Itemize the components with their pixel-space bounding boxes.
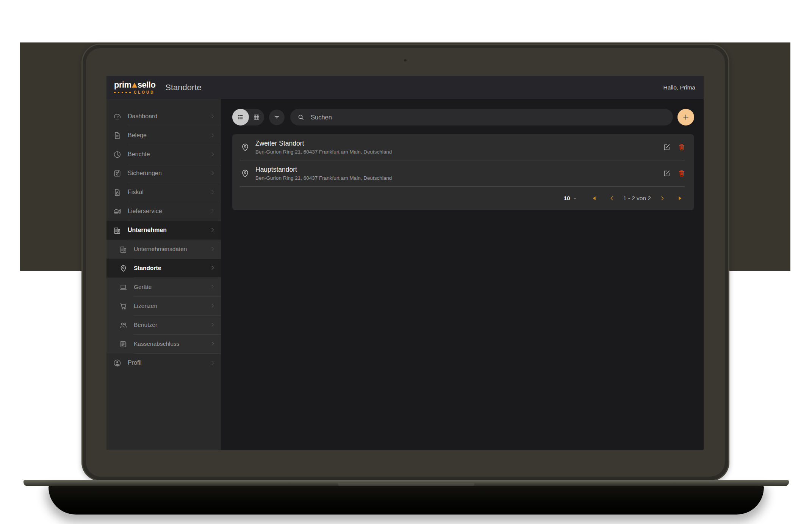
sidebar: Dashboard Belege Berichte: [106, 99, 221, 450]
location-name: Hauptstandort: [255, 166, 663, 174]
delivery-food-icon: [113, 207, 122, 216]
pagination-range: 1 - 2 von 2: [623, 195, 651, 202]
newspaper-icon: [119, 339, 128, 348]
trash-icon: [677, 143, 686, 151]
last-page-icon: [677, 195, 683, 201]
list-view-button[interactable]: [232, 109, 249, 126]
view-toggle: [232, 109, 264, 126]
laptop-base-shadow: [49, 486, 764, 515]
filter-icon: [273, 114, 280, 121]
sidebar-item-benutzer[interactable]: Benutzer: [106, 315, 221, 334]
location-name: Zweiter Standort: [255, 140, 663, 147]
edit-location-button[interactable]: [663, 169, 671, 177]
delete-location-button[interactable]: [677, 143, 686, 151]
location-row[interactable]: Zweiter Standort Ben-Gurion Ring 21, 604…: [232, 134, 694, 160]
first-page-button[interactable]: [591, 195, 598, 201]
company-buildings-icon: [113, 226, 122, 235]
chevron-right-icon: [210, 341, 216, 347]
brand-dots-icon: [114, 92, 131, 93]
chevron-right-icon: [210, 113, 216, 119]
pie-chart-icon: [113, 150, 122, 159]
chevron-right-icon: [659, 195, 665, 201]
sidebar-item-profil[interactable]: Profil: [106, 353, 221, 372]
map-pin-icon: [240, 168, 251, 178]
trash-icon: [677, 169, 686, 177]
sidebar-item-lieferservice[interactable]: Lieferservice: [106, 202, 221, 221]
profile-icon: [113, 358, 122, 367]
cart-icon: [119, 301, 128, 311]
app-header: primsello CLOUD Standorte Hallo, Prima: [106, 76, 704, 99]
chevron-right-icon: [210, 208, 216, 214]
sidebar-item-sicherungen[interactable]: Sicherungen: [106, 164, 221, 183]
document-icon: [113, 131, 122, 140]
edit-icon: [663, 143, 671, 151]
chevron-right-icon: [210, 151, 216, 157]
map-pin-icon: [240, 142, 251, 152]
users-icon: [119, 320, 128, 329]
next-page-button[interactable]: [659, 195, 665, 201]
document-lock-icon: [113, 188, 122, 197]
list-view-icon: [237, 113, 244, 121]
brand-logo: primsello CLOUD: [114, 81, 155, 94]
chevron-right-icon: [210, 170, 216, 176]
dashboard-icon: [113, 112, 122, 121]
sidebar-item-belege[interactable]: Belege: [106, 126, 221, 145]
screenshot-stage: primsello CLOUD Standorte Hallo, Prima D…: [0, 0, 812, 524]
add-location-button[interactable]: [677, 109, 694, 126]
sidebar-item-unternehmen[interactable]: Unternehmen: [106, 221, 221, 240]
brand-suffix: sello: [138, 81, 156, 89]
sidebar-item-dashboard[interactable]: Dashboard: [106, 107, 221, 126]
brand-tagline: CLOUD: [134, 91, 155, 94]
chevron-right-icon: [210, 303, 216, 309]
chevron-right-icon: [210, 360, 216, 366]
page-title: Standorte: [165, 83, 201, 93]
main-content: Zweiter Standort Ben-Gurion Ring 21, 604…: [221, 99, 704, 450]
filter-button[interactable]: [269, 110, 285, 125]
caret-down-icon: [573, 196, 577, 201]
pagination: 10 1 - 2 von 2: [232, 187, 694, 210]
brand-subline: CLOUD: [114, 91, 155, 94]
location-address: Ben-Gurion Ring 21, 60437 Frankfurt am M…: [255, 149, 663, 155]
chevron-right-icon: [210, 227, 216, 233]
chevron-left-icon: [609, 195, 615, 201]
last-page-button[interactable]: [677, 195, 683, 201]
chevron-right-icon: [210, 284, 216, 290]
toolbar: [232, 109, 694, 126]
chevron-right-icon: [210, 265, 216, 271]
laptop-icon: [119, 282, 128, 292]
grid-view-icon: [253, 113, 260, 121]
edit-icon: [663, 169, 671, 177]
sidebar-item-geraete[interactable]: Geräte: [106, 278, 221, 297]
laptop-base: [23, 480, 789, 486]
company-buildings-icon: [119, 245, 128, 254]
app-window: primsello CLOUD Standorte Hallo, Prima D…: [106, 76, 704, 450]
webcam-dot: [404, 59, 407, 61]
edit-location-button[interactable]: [663, 143, 671, 151]
chevron-right-icon: [210, 322, 216, 328]
brand-wordmark: primsello: [114, 81, 155, 89]
plus-icon: [682, 113, 690, 121]
chevron-right-icon: [210, 132, 216, 138]
sidebar-item-kassenabschluss[interactable]: Kassenabschluss: [106, 334, 221, 353]
search-input[interactable]: [310, 113, 666, 121]
sidebar-item-lizenzen[interactable]: Lizenzen: [106, 297, 221, 315]
brand-prefix: prim: [114, 81, 131, 89]
previous-page-button[interactable]: [609, 195, 615, 201]
search-box: [290, 109, 673, 126]
chevron-right-icon: [210, 189, 216, 195]
first-page-icon: [591, 195, 598, 201]
user-greeting: Hallo, Prima: [663, 84, 695, 91]
location-address: Ben-Gurion Ring 21, 60437 Frankfurt am M…: [255, 175, 663, 181]
search-icon: [297, 113, 305, 121]
sidebar-item-fiskal[interactable]: Fiskal: [106, 183, 221, 202]
brand-caret-icon: [132, 83, 137, 88]
sidebar-item-unternehmensdaten[interactable]: Unternehmensdaten: [106, 240, 221, 259]
location-row[interactable]: Hauptstandort Ben-Gurion Ring 21, 60437 …: [232, 160, 694, 186]
sidebar-item-standorte[interactable]: Standorte: [106, 259, 221, 278]
page-size-select[interactable]: 10: [564, 195, 577, 202]
delete-location-button[interactable]: [677, 169, 686, 177]
grid-view-button[interactable]: [249, 109, 264, 126]
map-pin-icon: [119, 264, 128, 273]
locations-card: Zweiter Standort Ben-Gurion Ring 21, 604…: [232, 134, 694, 210]
sidebar-item-berichte[interactable]: Berichte: [106, 145, 221, 164]
